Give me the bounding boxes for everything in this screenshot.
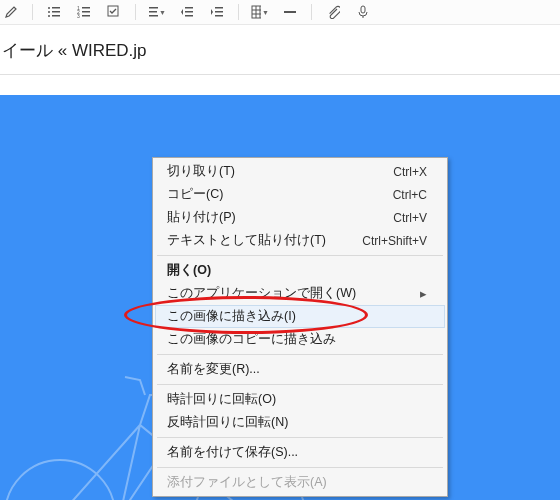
chevron-right-icon: ▸	[420, 286, 427, 301]
context-menu-item[interactable]: コピー(C)Ctrl+C	[155, 183, 445, 206]
svg-point-29	[5, 460, 115, 500]
microphone-icon[interactable]	[354, 3, 372, 21]
svg-rect-14	[149, 11, 157, 13]
context-menu-item[interactable]: 反時計回りに回転(N)	[155, 411, 445, 434]
svg-rect-27	[284, 11, 296, 13]
context-menu-item: 添付ファイルとして表示(A)	[155, 471, 445, 494]
svg-point-2	[48, 11, 50, 13]
svg-rect-28	[361, 6, 365, 13]
svg-rect-11	[82, 15, 90, 17]
svg-rect-1	[52, 7, 60, 9]
context-menu-item[interactable]: 名前を付けて保存(S)...	[155, 441, 445, 464]
checkbox-icon[interactable]	[105, 3, 123, 21]
context-menu-item[interactable]: 貼り付け(P)Ctrl+V	[155, 206, 445, 229]
svg-rect-7	[82, 7, 90, 9]
svg-rect-19	[215, 7, 223, 9]
toolbar-separator	[135, 4, 136, 20]
menu-item-shortcut: Ctrl+X	[393, 165, 427, 179]
menu-item-label: 切り取り(T)	[167, 163, 235, 180]
menu-item-label: 名前を変更(R)...	[167, 361, 260, 378]
menu-item-label: この画像のコピーに描き込み	[167, 331, 336, 348]
menu-item-label: 添付ファイルとして表示(A)	[167, 474, 327, 491]
menu-item-shortcut: Ctrl+C	[393, 188, 427, 202]
menu-item-label: テキストとして貼り付け(T)	[167, 232, 326, 249]
context-menu-item[interactable]: 時計回りに回転(O)	[155, 388, 445, 411]
svg-rect-18	[185, 15, 193, 17]
outdent-icon[interactable]	[178, 3, 196, 21]
menu-separator	[157, 255, 443, 256]
toolbar-separator	[32, 4, 33, 20]
svg-rect-13	[149, 7, 158, 9]
pencil-icon[interactable]	[2, 3, 20, 21]
context-menu-item[interactable]: この画像に描き込み(I)	[155, 305, 445, 328]
menu-separator	[157, 384, 443, 385]
svg-point-4	[48, 15, 50, 17]
numbered-list-icon[interactable]: 123	[75, 3, 93, 21]
context-menu-item[interactable]: このアプリケーションで開く(W)▸	[155, 282, 445, 305]
menu-item-shortcut: Ctrl+V	[393, 211, 427, 225]
hr-icon[interactable]	[281, 3, 299, 21]
svg-rect-9	[82, 11, 90, 13]
editor-toolbar: 123 ▼ ▼	[0, 0, 560, 25]
svg-point-0	[48, 7, 50, 9]
context-menu-item[interactable]: 開く(O)	[155, 259, 445, 282]
menu-item-label: 貼り付け(P)	[167, 209, 236, 226]
context-menu-item[interactable]: 切り取り(T)Ctrl+X	[155, 160, 445, 183]
menu-item-label: この画像に描き込み(I)	[167, 308, 296, 325]
svg-text:3: 3	[77, 13, 80, 19]
page-title: イール « WIRED.jp	[0, 25, 560, 75]
menu-item-label: このアプリケーションで開く(W)	[167, 285, 356, 302]
context-menu-item[interactable]: この画像のコピーに描き込み	[155, 328, 445, 351]
svg-rect-20	[215, 11, 223, 13]
context-menu-item[interactable]: 名前を変更(R)...	[155, 358, 445, 381]
indent-icon[interactable]	[208, 3, 226, 21]
svg-rect-3	[52, 11, 60, 13]
menu-separator	[157, 437, 443, 438]
align-icon[interactable]: ▼	[148, 3, 166, 21]
svg-rect-17	[185, 11, 193, 13]
toolbar-separator	[238, 4, 239, 20]
table-icon[interactable]: ▼	[251, 3, 269, 21]
menu-item-shortcut: Ctrl+Shift+V	[362, 234, 427, 248]
context-menu: 切り取り(T)Ctrl+Xコピー(C)Ctrl+C貼り付け(P)Ctrl+Vテキ…	[152, 157, 448, 497]
context-menu-item[interactable]: テキストとして貼り付け(T)Ctrl+Shift+V	[155, 229, 445, 252]
menu-separator	[157, 467, 443, 468]
attachment-icon[interactable]	[324, 3, 342, 21]
menu-item-label: 時計回りに回転(O)	[167, 391, 276, 408]
bullet-list-icon[interactable]	[45, 3, 63, 21]
menu-item-label: 名前を付けて保存(S)...	[167, 444, 298, 461]
menu-item-label: コピー(C)	[167, 186, 223, 203]
svg-rect-16	[185, 7, 193, 9]
svg-rect-21	[215, 15, 223, 17]
menu-item-label: 開く(O)	[167, 262, 211, 279]
toolbar-separator	[311, 4, 312, 20]
svg-rect-12	[108, 6, 118, 16]
menu-item-label: 反時計回りに回転(N)	[167, 414, 288, 431]
svg-rect-15	[149, 15, 158, 17]
svg-rect-5	[52, 15, 60, 17]
menu-separator	[157, 354, 443, 355]
